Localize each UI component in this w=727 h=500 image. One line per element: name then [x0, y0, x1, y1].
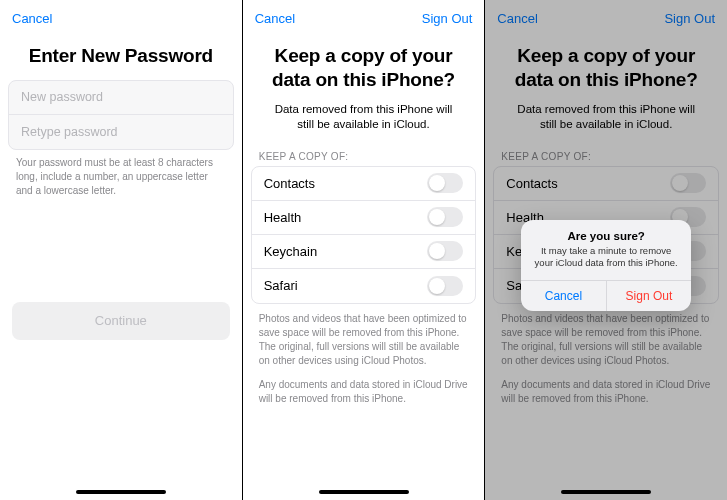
- new-password-field[interactable]: New password: [9, 81, 233, 115]
- footnote-drive: Any documents and data stored in iCloud …: [243, 370, 485, 408]
- password-hint: Your password must be at least 8 charact…: [0, 150, 242, 204]
- option-contacts[interactable]: Contacts: [252, 167, 476, 201]
- alert-buttons: Cancel Sign Out: [521, 280, 691, 311]
- option-health[interactable]: Health: [252, 201, 476, 235]
- screen-keep-copy: Cancel Sign Out Keep a copy of your data…: [243, 0, 485, 500]
- password-input-group: New password Retype password: [8, 80, 234, 150]
- home-indicator[interactable]: [319, 490, 409, 494]
- retype-password-field[interactable]: Retype password: [9, 115, 233, 149]
- home-indicator[interactable]: [76, 490, 166, 494]
- alert-message: It may take a minute to remove your iClo…: [521, 242, 691, 280]
- alert-title: Are you sure?: [521, 220, 691, 242]
- home-indicator[interactable]: [561, 490, 651, 494]
- alert-signout-button[interactable]: Sign Out: [606, 281, 692, 311]
- alert-dialog: Are you sure? It may take a minute to re…: [521, 220, 691, 311]
- cancel-button[interactable]: Cancel: [12, 11, 52, 26]
- section-header: KEEP A COPY OF:: [243, 145, 485, 166]
- screen-enter-password: Cancel Enter New Password New password R…: [0, 0, 242, 500]
- options-group: Contacts Health Keychain Safari: [251, 166, 477, 304]
- footnote-photos: Photos and videos that have been optimiz…: [243, 304, 485, 370]
- option-label: Health: [264, 210, 302, 225]
- alert-cancel-button[interactable]: Cancel: [521, 281, 606, 311]
- page-title: Enter New Password: [0, 36, 242, 72]
- toggle[interactable]: [427, 207, 463, 227]
- toggle[interactable]: [427, 173, 463, 193]
- continue-button[interactable]: Continue: [12, 302, 230, 340]
- option-label: Contacts: [264, 176, 315, 191]
- navbar: Cancel: [0, 0, 242, 36]
- option-safari[interactable]: Safari: [252, 269, 476, 303]
- toggle[interactable]: [427, 241, 463, 261]
- page-title: Keep a copy of your data on this iPhone?: [243, 36, 485, 96]
- cancel-button[interactable]: Cancel: [255, 11, 295, 26]
- toggle[interactable]: [427, 276, 463, 296]
- screen-keep-copy-alert: Cancel Sign Out Keep a copy of your data…: [485, 0, 727, 500]
- navbar: Cancel Sign Out: [243, 0, 485, 36]
- page-subtitle: Data removed from this iPhone will still…: [243, 96, 485, 145]
- option-label: Keychain: [264, 244, 317, 259]
- option-keychain[interactable]: Keychain: [252, 235, 476, 269]
- sign-out-button[interactable]: Sign Out: [422, 11, 473, 26]
- option-label: Safari: [264, 278, 298, 293]
